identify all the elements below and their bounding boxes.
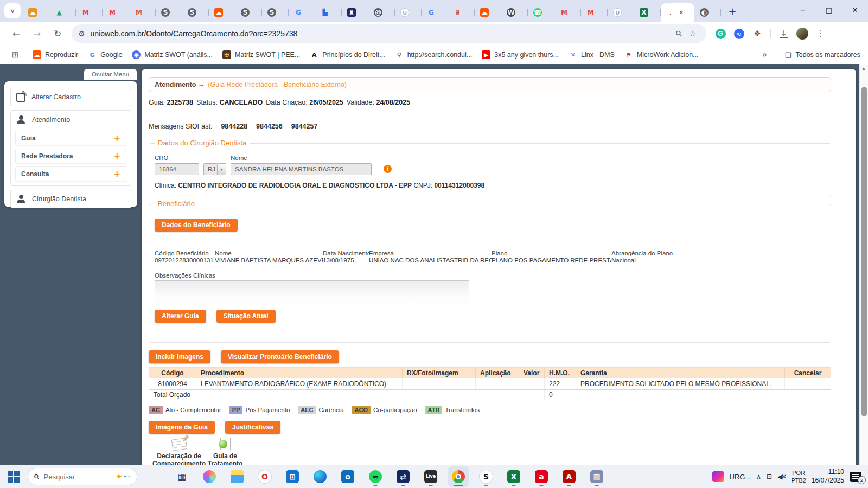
bookmark-search-condui[interactable]: ⚲ http://search.condui...: [390, 49, 477, 61]
teamviewer-icon[interactable]: ⇄: [393, 466, 413, 487]
iq-extension-icon[interactable]: IQ: [731, 26, 746, 41]
info-icon[interactable]: i: [384, 165, 392, 173]
file-explorer-icon[interactable]: [227, 466, 247, 487]
language-indicator[interactable]: POR PTB2: [791, 469, 806, 485]
tab-google[interactable]: G: [422, 3, 448, 22]
tab-gmail[interactable]: M: [554, 3, 581, 22]
excel-icon[interactable]: X: [503, 466, 524, 487]
zoom-icon[interactable]: ⚲: [672, 27, 686, 41]
scroll-up-icon[interactable]: ▲: [862, 66, 865, 71]
tab-s-app[interactable]: S: [156, 3, 182, 22]
tab-active-odonto[interactable]: . ✕: [661, 3, 694, 22]
all-bookmarks-label[interactable]: Todos os marcadores: [795, 51, 860, 59]
copilot-icon[interactable]: [199, 466, 220, 487]
screen-cast-icon[interactable]: ⊡: [767, 473, 772, 480]
task-view-icon[interactable]: ▦: [171, 466, 192, 487]
sidebar-item-atendimento[interactable]: Atendimento: [15, 114, 126, 127]
spotify-icon[interactable]: ≈: [365, 466, 386, 487]
sidebar-item-alterar-cadastro[interactable]: Alterar Cadastro: [10, 88, 131, 106]
bookmark-reproduzir[interactable]: ☁ Reproduzir: [28, 49, 83, 61]
urgent-notification-icon[interactable]: [712, 471, 724, 482]
extensions-icon[interactable]: ❖: [750, 26, 765, 41]
tab-globe[interactable]: ◐: [694, 3, 721, 22]
volume-muted-icon[interactable]: ◀✕: [777, 473, 786, 480]
nome-input[interactable]: SANDRA HELENA MARTINS BASTOS: [231, 163, 372, 175]
notification-center-icon[interactable]: 2: [850, 472, 861, 482]
edge-icon[interactable]: [310, 466, 330, 487]
search-input[interactable]: [44, 473, 116, 481]
new-tab-button[interactable]: +: [724, 3, 741, 19]
taskbar-search[interactable]: ⚲ ✦ ✦ ✧: [28, 468, 137, 485]
outlook-icon[interactable]: o: [337, 466, 358, 487]
ms-store-icon[interactable]: ⊞: [282, 466, 303, 487]
sidebar-item-cirurgiao-dentista[interactable]: Cirurgião Dentista: [10, 190, 131, 208]
tab-s-app[interactable]: S: [182, 3, 209, 22]
grammarly-extension-icon[interactable]: G: [713, 26, 728, 41]
visualizar-prontuario-button[interactable]: Visualizar Prontuário Beneficiário: [221, 350, 339, 363]
tab-globe-at[interactable]: @: [368, 3, 395, 22]
clock[interactable]: 11:10 16/07/2025: [812, 468, 844, 485]
tab-claz[interactable]: ☁: [23, 3, 49, 22]
tab-crest-red[interactable]: ♛: [448, 3, 475, 22]
siofast-message-number[interactable]: 9844256: [256, 123, 283, 130]
tab-wordpress[interactable]: W: [501, 3, 528, 22]
avira-icon[interactable]: a: [531, 466, 552, 487]
situacao-atual-button[interactable]: Situação Atual: [216, 310, 276, 323]
bookmark-3x5[interactable]: ▶ 3x5 any given thurs...: [477, 49, 564, 61]
start-button[interactable]: [8, 471, 20, 483]
siofast-message-number[interactable]: 9844228: [221, 123, 247, 130]
scrollbar-thumb[interactable]: [861, 87, 867, 416]
tab-gmail[interactable]: M: [129, 3, 156, 22]
s-app-icon[interactable]: S: [476, 466, 496, 487]
justificativas-button[interactable]: Justificativas: [225, 421, 280, 434]
url-text[interactable]: unioweb.com.br/Odonto/CarregaOrcamento.d…: [91, 29, 672, 38]
tab-soundcloud[interactable]: ☁: [475, 3, 501, 22]
tab-crest[interactable]: ♜: [342, 3, 368, 22]
tab-gmail[interactable]: M: [76, 3, 103, 22]
cro-input[interactable]: 16864: [155, 163, 199, 175]
dados-beneficiario-button[interactable]: Dados do Beneficiário: [155, 219, 238, 232]
tab-gmail[interactable]: M: [581, 3, 608, 22]
expand-plus-icon[interactable]: +: [113, 133, 120, 143]
reload-icon[interactable]: ↻: [49, 25, 66, 42]
downloads-icon[interactable]: ↓: [776, 26, 792, 41]
expand-plus-icon[interactable]: +: [113, 169, 120, 179]
address-bar[interactable]: ⚙ unioweb.com.br/Odonto/CarregaOrcamento…: [72, 24, 706, 43]
tab-drive[interactable]: ▲: [49, 3, 76, 22]
hide-menu-button[interactable]: Ocultar Menu: [84, 69, 137, 80]
bookmark-star-icon[interactable]: ☆: [686, 27, 700, 41]
expand-plus-icon[interactable]: +: [113, 151, 120, 161]
apps-grid-icon[interactable]: ⊞: [8, 47, 23, 62]
opera-icon[interactable]: O: [254, 466, 275, 487]
tab-whatsapp[interactable]: ☎: [528, 3, 554, 22]
tab-search-button[interactable]: ∨: [4, 3, 21, 18]
urgent-label[interactable]: URG...: [730, 473, 751, 481]
tab-tooth[interactable]: ∪: [395, 3, 422, 22]
sidebar-item-consulta[interactable]: Consulta +: [15, 166, 126, 181]
declaracao-comparecimento-link[interactable]: Declaração deComparecimento: [152, 436, 206, 465]
profile-avatar[interactable]: [795, 26, 810, 41]
tab-chart[interactable]: ▙: [315, 3, 342, 22]
tab-tooth[interactable]: ∪: [608, 3, 634, 22]
forward-icon[interactable]: →: [28, 25, 46, 42]
tab-s-app[interactable]: S: [235, 3, 262, 22]
chrome-icon[interactable]: [448, 466, 469, 487]
ableton-live-icon[interactable]: Live: [420, 466, 441, 487]
bookmark-linx-dms[interactable]: ✕ Linx - DMS: [564, 49, 620, 61]
window-maximize-button[interactable]: □: [816, 0, 842, 20]
scrollbar[interactable]: ▲: [859, 64, 868, 465]
window-minimize-button[interactable]: −: [790, 0, 816, 20]
bookmark-google[interactable]: G Google: [83, 49, 127, 61]
tab-soundcloud[interactable]: ☁: [209, 3, 235, 22]
calculator-icon[interactable]: ▦: [586, 466, 607, 487]
chevron-down-icon[interactable]: ▾: [218, 163, 226, 175]
observacoes-textarea[interactable]: [155, 280, 469, 303]
bookmark-matriz-swot-pee[interactable]: ✠ Matriz SWOT | PEE...: [218, 49, 305, 61]
tab-close-icon[interactable]: ✕: [679, 9, 684, 16]
tab-excel[interactable]: X: [634, 3, 661, 22]
incluir-imagens-button[interactable]: Incluir Imagens: [149, 350, 210, 363]
acrobat-icon[interactable]: A: [559, 466, 579, 487]
sidebar-item-guia[interactable]: Guia +: [15, 131, 126, 145]
window-close-button[interactable]: ✕: [842, 0, 868, 20]
guia-tratamento-link[interactable]: Guia deTratamento: [206, 436, 244, 465]
